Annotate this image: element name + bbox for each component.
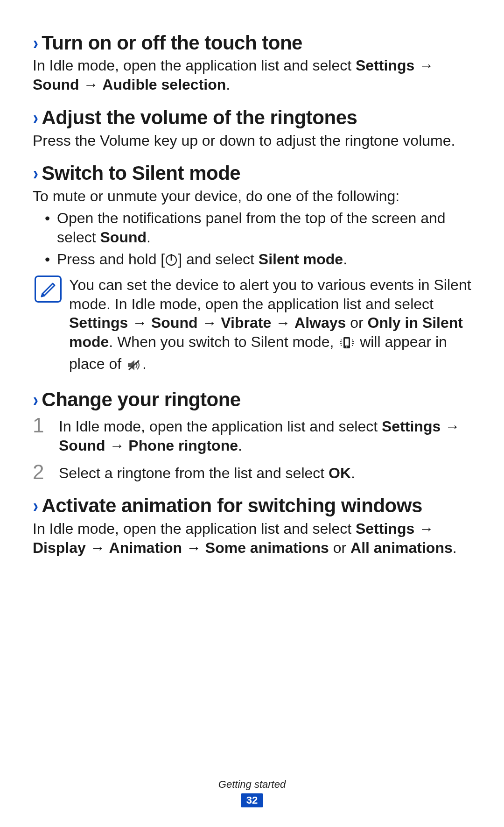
chevron-right-icon: › bbox=[33, 108, 38, 127]
label-ok: OK bbox=[329, 465, 351, 481]
text: Press and hold [ bbox=[57, 251, 165, 268]
body-animation: In Idle mode, open the application list … bbox=[33, 519, 471, 558]
note-row: You can set the device to alert you to v… bbox=[33, 276, 471, 377]
text: or bbox=[346, 314, 367, 331]
text: Select a ringtone from the list and sele… bbox=[59, 465, 329, 481]
text: ] and select bbox=[178, 251, 259, 268]
label-some-animations: Some animations bbox=[205, 539, 329, 556]
power-icon bbox=[166, 254, 177, 266]
chevron-right-icon: › bbox=[33, 390, 38, 409]
arrow-icon: → bbox=[128, 314, 151, 331]
silent-bullets: Open the notifications panel from the to… bbox=[33, 209, 471, 269]
text: . bbox=[238, 437, 242, 454]
step-2: 2 Select a ringtone from the list and se… bbox=[33, 462, 471, 483]
svg-point-2 bbox=[346, 346, 348, 348]
text: . bbox=[351, 465, 355, 481]
heading-silent: Switch to Silent mode bbox=[42, 162, 240, 184]
manual-page: › Turn on or off the touch tone In Idle … bbox=[0, 0, 504, 558]
section-animation: › Activate animation for switching windo… bbox=[33, 495, 471, 557]
text: In Idle mode, open the application list … bbox=[59, 418, 382, 435]
text: . bbox=[343, 251, 347, 268]
arrow-icon: → bbox=[414, 57, 434, 74]
arrow-icon: → bbox=[198, 314, 221, 331]
text: . When you switch to Silent mode, bbox=[109, 333, 338, 350]
text: . bbox=[147, 229, 151, 246]
chevron-right-icon: › bbox=[33, 496, 38, 515]
arrow-icon: → bbox=[105, 437, 129, 454]
body-silent-intro: To mute or unmute your device, do one of… bbox=[33, 187, 471, 206]
label-sound: Sound bbox=[33, 76, 79, 93]
label-sound: Sound bbox=[151, 314, 198, 331]
vibrate-phone-icon bbox=[339, 335, 354, 354]
label-all-animations: All animations bbox=[350, 539, 453, 556]
text: or bbox=[329, 539, 350, 556]
label-sound: Sound bbox=[100, 229, 147, 246]
note-body: You can set the device to alert you to v… bbox=[69, 276, 471, 377]
page-footer: Getting started 32 bbox=[0, 778, 504, 807]
section-ringtone: › Change your ringtone 1 In Idle mode, o… bbox=[33, 389, 471, 482]
text: . bbox=[453, 539, 457, 556]
svg-rect-1 bbox=[345, 339, 349, 346]
label-vibrate: Vibrate bbox=[221, 314, 271, 331]
list-item: Open the notifications panel from the to… bbox=[47, 209, 471, 247]
footer-label: Getting started bbox=[0, 778, 504, 791]
label-display: Display bbox=[33, 539, 86, 556]
label-settings: Settings bbox=[356, 520, 414, 537]
arrow-icon: → bbox=[86, 539, 109, 556]
section-volume: › Adjust the volume of the ringtones Pre… bbox=[33, 106, 471, 150]
heading-volume: Adjust the volume of the ringtones bbox=[42, 106, 357, 129]
section-silent: › Switch to Silent mode To mute or unmut… bbox=[33, 162, 471, 376]
page-number: 32 bbox=[241, 793, 263, 807]
text: . bbox=[226, 76, 230, 93]
label-audible-selection: Audible selection bbox=[102, 76, 226, 93]
step-1: 1 In Idle mode, open the application lis… bbox=[33, 415, 471, 455]
label-sound: Sound bbox=[59, 437, 105, 454]
chevron-right-icon: › bbox=[33, 164, 38, 183]
heading-ringtone: Change your ringtone bbox=[42, 389, 240, 411]
text: In Idle mode, open the application list … bbox=[33, 57, 356, 74]
text: You can set the device to alert you to v… bbox=[69, 276, 471, 312]
arrow-icon: → bbox=[271, 314, 294, 331]
label-settings: Settings bbox=[356, 57, 414, 74]
step-body: In Idle mode, open the application list … bbox=[59, 415, 471, 455]
note-icon bbox=[35, 276, 62, 303]
heading-animation: Activate animation for switching windows bbox=[42, 495, 422, 517]
arrow-icon: → bbox=[441, 418, 460, 435]
label-silent-mode: Silent mode bbox=[259, 251, 343, 268]
label-settings: Settings bbox=[382, 418, 441, 435]
step-number: 1 bbox=[33, 415, 49, 455]
section-touch-tone: › Turn on or off the touch tone In Idle … bbox=[33, 32, 471, 94]
text: In Idle mode, open the application list … bbox=[33, 520, 356, 537]
label-settings: Settings bbox=[69, 314, 128, 331]
label-animation: Animation bbox=[109, 539, 182, 556]
arrow-icon: → bbox=[414, 520, 434, 537]
body-touch-tone: In Idle mode, open the application list … bbox=[33, 56, 471, 94]
text: . bbox=[142, 355, 147, 372]
list-item: Press and hold [] and select Silent mode… bbox=[47, 250, 471, 269]
arrow-icon: → bbox=[182, 539, 205, 556]
body-volume: Press the Volume key up or down to adjus… bbox=[33, 131, 471, 150]
step-body: Select a ringtone from the list and sele… bbox=[59, 462, 471, 483]
ringtone-steps: 1 In Idle mode, open the application lis… bbox=[33, 415, 471, 483]
arrow-icon: → bbox=[79, 76, 103, 93]
heading-touch-tone: Turn on or off the touch tone bbox=[42, 32, 302, 54]
chevron-right-icon: › bbox=[33, 34, 38, 52]
speaker-mute-icon bbox=[127, 357, 141, 376]
label-always: Always bbox=[294, 314, 346, 331]
label-phone-ringtone: Phone ringtone bbox=[128, 437, 238, 454]
step-number: 2 bbox=[33, 462, 49, 483]
